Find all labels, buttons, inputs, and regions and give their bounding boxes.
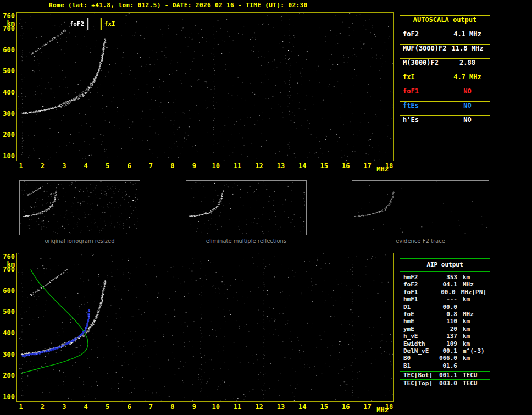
aip-row-value: 20: [439, 325, 457, 333]
x-tick-label: 9: [192, 403, 196, 411]
thumbnail-caption-f2-trace: evidence F2 trace: [352, 238, 489, 244]
aip-row-label: hmF1: [403, 296, 439, 303]
x-tick-label: 1: [19, 403, 23, 411]
page-title: Rome (lat: +41.8, lon: 012.5) - DATE: 20…: [49, 2, 308, 9]
autoscala-row-value: 2.88: [445, 59, 490, 73]
x-axis-unit: MHz: [376, 407, 389, 414]
x-tick-label: 1: [19, 163, 23, 170]
tec-row: TEC[Top]003.0TECU: [400, 379, 490, 388]
autoscala-row: MUF(3000)F211.8 MHz: [400, 45, 490, 59]
y-tick-label: 760: [0, 253, 15, 261]
aip-row: foE0.8MHz: [400, 311, 490, 318]
aip-row-label: hmE: [403, 318, 439, 325]
aip-row-value: ---: [439, 296, 457, 303]
y-tick-label: 100: [0, 394, 15, 401]
aip-row-value: 066.0: [439, 355, 457, 362]
x-tick-label: 7: [149, 163, 153, 170]
aip-row-value: 353: [439, 274, 457, 281]
x-tick-label: 10: [212, 403, 219, 411]
aip-row: foF100.0MHz[PN]: [400, 289, 490, 296]
aip-row-label: DelN_vE: [403, 347, 439, 355]
y-tick-label: 300: [0, 110, 15, 118]
x-tick-label: 8: [170, 403, 174, 411]
aip-row-unit: km: [463, 333, 470, 340]
aip-row-label: hmF2: [403, 274, 439, 281]
autoscala-row-value: 4.1 MHz: [445, 30, 490, 44]
x-tick-label: 13: [277, 403, 285, 411]
aip-row-unit: MHz: [461, 289, 472, 296]
aip-row-label: foF1: [403, 289, 437, 296]
x-tick-label: 3: [62, 403, 66, 411]
x-axis-unit: MHz: [376, 166, 389, 173]
aip-row-value: 00.0: [437, 289, 456, 296]
autoscala-row-value: NO: [445, 116, 490, 130]
autoscala-row-label: foF1: [400, 87, 445, 101]
x-tick-label: 10: [212, 163, 219, 170]
aip-output-panel: AIP output hmF2353kmfoF204.1MHzfoF100.0M…: [400, 258, 490, 388]
aip-row: DelN_vE00.1m^(-3): [400, 347, 490, 355]
autoscala-row-label: foF2: [400, 30, 445, 44]
aip-row-value: 137: [439, 333, 457, 340]
autoscala-row-label: ftEs: [400, 102, 445, 115]
aip-row: ymE20km: [400, 325, 490, 333]
tec-row-unit: TECU: [463, 380, 478, 388]
x-tick-label: 11: [234, 403, 241, 411]
aip-row-extra: [PN]: [472, 289, 487, 296]
y-tick-label: 100: [0, 153, 15, 160]
y-tick-label: 200: [0, 131, 15, 139]
aip-row-value: 00.0: [439, 303, 457, 311]
aip-row-value: 109: [439, 340, 457, 347]
y-tick-label: 500: [0, 308, 15, 316]
y-axis-unit: km: [0, 20, 15, 27]
x-tick-label: 5: [106, 403, 109, 411]
aip-row: foF204.1MHz: [400, 281, 490, 288]
thumbnail-no-multiples-canvas: [186, 181, 305, 234]
aip-row-unit: MHz: [463, 281, 474, 288]
aip-row-label: Ewidth: [403, 340, 439, 347]
profile-ionogram-canvas: [17, 253, 393, 401]
profile-ionogram-plot: [16, 253, 394, 402]
x-tick-label: 6: [127, 163, 131, 170]
tec-row-value: 003.0: [439, 380, 457, 388]
aip-row: hmE110km: [400, 318, 490, 325]
aip-row-unit: km: [463, 274, 470, 281]
aip-row-unit: MHz: [463, 311, 474, 318]
tec-row-value: 001.1: [439, 372, 457, 379]
autoscala-app-screen: Rome (lat: +41.8, lon: 012.5) - DATE: 20…: [0, 0, 532, 415]
x-tick-label: 3: [62, 163, 66, 170]
aip-row: h_vE137km: [400, 333, 490, 340]
aip-row-label: B1: [403, 362, 439, 369]
x-tick-label: 8: [170, 163, 174, 170]
autoscala-rows: foF24.1 MHzMUF(3000)F211.8 MHzM(3000)F22…: [400, 30, 490, 130]
x-tick-label: 9: [192, 163, 196, 170]
autoscala-row-label: MUF(3000)F2: [400, 45, 445, 58]
thumbnail-f2-trace-canvas: [352, 181, 487, 234]
x-tick-label: 16: [342, 163, 350, 170]
aip-row-value: 01.6: [439, 362, 457, 369]
aip-row-unit: m^(-3): [463, 347, 485, 355]
aip-row-value: 110: [439, 318, 457, 325]
aip-row: B101.6: [400, 362, 490, 369]
aip-row-label: foF2: [403, 281, 439, 288]
aip-row-value: 00.1: [439, 347, 457, 355]
aip-row-unit: km: [463, 296, 470, 303]
thumbnail-no-multiple-reflections: [186, 180, 307, 235]
aip-row-label: h_vE: [403, 333, 439, 340]
tec-row: TEC[Bot]001.1TECU: [400, 371, 490, 379]
x-tick-label: 16: [342, 403, 350, 411]
autoscala-row: ftEsNO: [400, 102, 490, 116]
main-ionogram-canvas: [17, 13, 393, 161]
main-ionogram-plot: [16, 12, 394, 161]
autoscala-row-value: 11.8 MHz: [445, 45, 490, 58]
y-tick-label: 400: [0, 330, 15, 337]
autoscala-row: h'EsNO: [400, 116, 490, 130]
autoscala-row-value: NO: [445, 87, 490, 101]
aip-row: hmF2353km: [400, 274, 490, 281]
x-tick-label: 12: [255, 403, 263, 411]
aip-row-unit: km: [463, 325, 470, 333]
y-tick-label: 300: [0, 351, 15, 358]
x-tick-label: 14: [298, 163, 306, 170]
autoscala-row-label: fxI: [400, 73, 445, 87]
x-tick-label: 4: [84, 403, 88, 411]
autoscala-output-panel: AUTOSCALA output foF24.1 MHzMUF(3000)F21…: [400, 15, 490, 130]
